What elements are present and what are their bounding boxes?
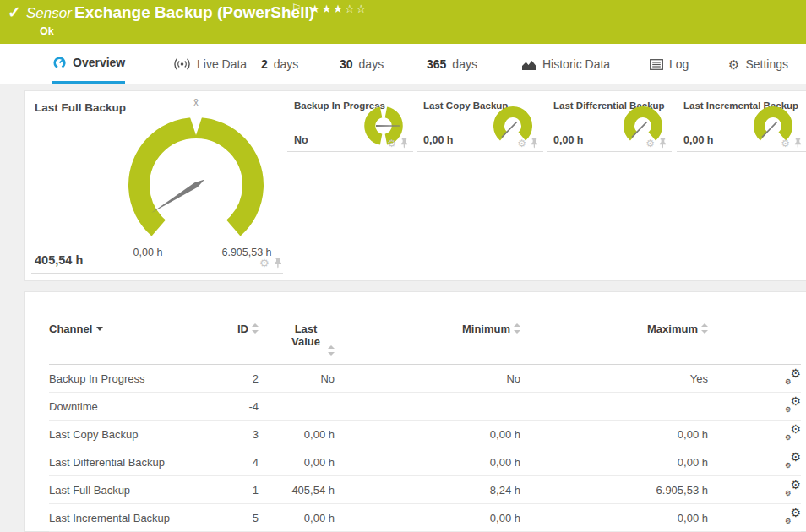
gauge-tile-last-incremental-backup[interactable]: Last Incremental Backup 0,00 h ⚙ (677, 91, 806, 152)
channel-settings-cogs-icon[interactable]: ⚙⚙ (785, 398, 801, 412)
channel-id: 5 (210, 504, 259, 532)
log-list-icon (650, 59, 663, 70)
channel-id: 4 (210, 448, 259, 476)
gauge-value: 0,00 h (423, 134, 453, 146)
column-label: Maximum (647, 323, 698, 335)
channel-last-value: 0,00 h (259, 448, 335, 476)
channel-name[interactable]: Last Copy Backup (49, 421, 210, 448)
channel-last-value (259, 393, 335, 421)
channels-panel: Channel ID Last Value Minimum Maximum (24, 291, 806, 532)
channel-minimum: 0,00 h (335, 421, 520, 448)
tab-number: 365 (427, 57, 446, 71)
gauge-tile-last-full-backup[interactable]: Last Full Backup x̄ 0,00 h 6.905,53 h 40… (25, 91, 285, 282)
channel-settings-cogs-icon[interactable]: ⚙⚙ (785, 453, 801, 468)
gear-icon[interactable]: ⚙ (645, 138, 655, 149)
gauge-dial (124, 113, 268, 257)
channel-name[interactable]: Backup In Progress (49, 365, 210, 393)
channel-settings-cogs-icon[interactable]: ⚙⚙ (785, 370, 801, 384)
object-kind-label: Sensor (26, 5, 72, 22)
pin-icon[interactable] (530, 138, 538, 149)
table-row[interactable]: Downtime -4 ⚙⚙ (49, 393, 801, 421)
pin-icon[interactable] (793, 138, 802, 149)
tab-live-data[interactable]: Live Data (173, 44, 247, 84)
channel-maximum: 0,00 h (520, 448, 708, 476)
tab-label: days (359, 57, 384, 71)
channel-last-value: 0,00 h (259, 504, 335, 532)
sensor-title: Exchange Backup (PowerShell) (74, 3, 314, 22)
channel-id: 2 (210, 365, 259, 393)
flag-icon[interactable]: ⚐ (291, 2, 302, 14)
status-badge: Ok (40, 25, 54, 37)
channel-last-value: No (259, 365, 335, 393)
area-chart-icon (521, 58, 536, 71)
channel-name[interactable]: Last Differential Backup (49, 448, 210, 476)
gear-icon[interactable]: ⚙ (781, 138, 790, 149)
priority-stars[interactable]: ★★★☆☆ (310, 3, 368, 15)
gauge-tile-last-differential-backup[interactable]: Last Differential Backup 0,00 h ⚙ (547, 91, 672, 152)
gear-icon[interactable]: ⚙ (387, 138, 396, 149)
channel-settings-cogs-icon[interactable]: ⚙⚙ (785, 509, 801, 524)
channel-name[interactable]: Last Incremental Backup (49, 504, 210, 532)
channel-settings-cogs-icon[interactable]: ⚙⚙ (785, 426, 801, 440)
channel-id: 3 (210, 421, 259, 448)
tab-label: days (452, 57, 477, 71)
table-row[interactable]: Backup In Progress 2 No No Yes ⚙⚙ (49, 365, 801, 393)
tab-30-days[interactable]: 30 days (340, 44, 384, 84)
live-data-icon (173, 57, 191, 71)
column-header-id[interactable]: ID (210, 323, 259, 365)
channel-name[interactable]: Downtime (49, 393, 210, 421)
status-ok-check-icon: ✓ (8, 3, 21, 22)
channel-settings-cogs-icon[interactable]: ⚙⚙ (785, 481, 801, 496)
tab-log[interactable]: Log (650, 44, 689, 84)
gauge-icon (52, 56, 67, 70)
gauge-needle (151, 180, 204, 213)
channel-maximum: Yes (520, 365, 708, 393)
column-label: Minimum (462, 323, 510, 335)
tab-label: days (274, 57, 299, 71)
tab-365-days[interactable]: 365 days (427, 44, 477, 84)
column-header-channel[interactable]: Channel (49, 323, 210, 365)
mean-marker-label: x̄ (186, 97, 206, 107)
channel-last-value: 405,54 h (259, 476, 335, 504)
pin-icon[interactable] (273, 258, 282, 269)
column-label: Channel (49, 323, 92, 335)
column-header-maximum[interactable]: Maximum (520, 323, 708, 365)
column-header-minimum[interactable]: Minimum (335, 323, 520, 365)
gauge-value: 0,00 h (553, 134, 583, 146)
gear-icon[interactable]: ⚙ (517, 138, 526, 149)
tab-overview[interactable]: Overview (52, 44, 125, 84)
tab-settings[interactable]: ⚙ Settings (728, 44, 788, 84)
prtg-sensor-page: ✓ Sensor Exchange Backup (PowerShell) ⚐ … (0, 0, 806, 532)
table-row[interactable]: Last Incremental Backup 5 0,00 h 0,00 h … (49, 504, 801, 532)
channel-name[interactable]: Last Full Backup (49, 476, 210, 504)
channel-table: Channel ID Last Value Minimum Maximum (49, 323, 801, 532)
channel-maximum: 6.905,53 h (520, 476, 708, 504)
channel-minimum: 0,00 h (335, 504, 520, 532)
channel-minimum: 0,00 h (335, 448, 520, 476)
sort-icon (514, 323, 520, 334)
pin-icon[interactable] (400, 138, 408, 149)
tab-label: Log (669, 57, 689, 71)
channel-last-value: 0,00 h (259, 421, 335, 448)
tab-2-days[interactable]: 2 days (261, 44, 298, 84)
gauge-tile-last-copy-backup[interactable]: Last Copy Backup 0,00 h ⚙ (417, 91, 543, 152)
gauge-value: 405,54 h (35, 253, 83, 267)
gauge-title: Last Full Backup (35, 101, 126, 114)
tab-historic-data[interactable]: Historic Data (521, 44, 610, 84)
gauge-tile-backup-in-progress[interactable]: Backup In Progress No ⚙ (287, 91, 413, 152)
column-label: Last Value (287, 323, 324, 348)
channel-maximum (520, 393, 708, 421)
table-header-row: Channel ID Last Value Minimum Maximum (49, 323, 801, 365)
table-row[interactable]: Last Differential Backup 4 0,00 h 0,00 h… (49, 448, 801, 476)
gauge-value: No (294, 134, 308, 146)
channel-minimum (335, 393, 520, 421)
pin-icon[interactable] (658, 138, 667, 149)
table-row[interactable]: Last Copy Backup 3 0,00 h 0,00 h 0,00 h … (49, 421, 801, 448)
gauge-scale-min: 0,00 h (124, 247, 172, 258)
table-row[interactable]: Last Full Backup 1 405,54 h 8,24 h 6.905… (49, 476, 801, 504)
column-label: ID (237, 323, 248, 335)
gauges-panel: Last Full Backup x̄ 0,00 h 6.905,53 h 40… (24, 90, 806, 281)
column-header-last-value[interactable]: Last Value (259, 323, 335, 365)
gear-icon[interactable]: ⚙ (259, 258, 270, 269)
tab-label: Live Data (197, 57, 247, 71)
